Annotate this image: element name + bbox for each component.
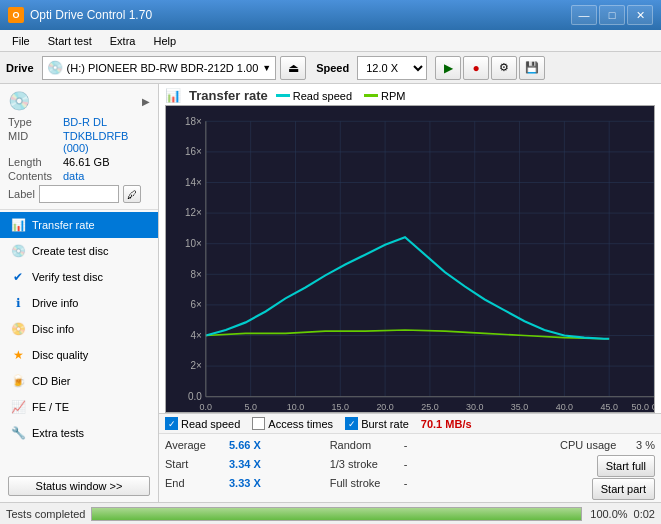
- svg-text:2×: 2×: [191, 360, 202, 371]
- read-speed-checkbox[interactable]: ✓ Read speed: [165, 417, 240, 430]
- svg-text:45.0: 45.0: [600, 400, 617, 411]
- speed-select[interactable]: 12.0 X Max 2.0 X 4.0 X 6.0 X 8.0 X 10.0 …: [357, 56, 427, 80]
- access-times-checkbox[interactable]: Access times: [252, 417, 333, 430]
- menu-extra[interactable]: Extra: [102, 33, 144, 49]
- cd-bier-icon: 🍺: [10, 373, 26, 389]
- menu-bar: File Start test Extra Help: [0, 30, 661, 52]
- random-label: Random: [330, 439, 400, 451]
- main-content: 📊 Transfer rate Read speed RPM: [159, 84, 661, 502]
- cpu-usage-value: 3 %: [636, 439, 655, 451]
- stats-row: Average 5.66 X Start 3.34 X End 3.33 X R…: [159, 433, 661, 502]
- svg-text:30.0: 30.0: [466, 400, 483, 411]
- end-label: End: [165, 477, 225, 489]
- drive-toolbar: Drive 💿 (H:) PIONEER BD-RW BDR-212D 1.00…: [0, 52, 661, 84]
- type-label: Type: [8, 116, 63, 128]
- stats-left: Average 5.66 X Start 3.34 X End 3.33 X: [165, 436, 326, 500]
- end-value: 3.33 X: [229, 477, 265, 489]
- burst-rate-cb-box: ✓: [345, 417, 358, 430]
- svg-text:12×: 12×: [185, 207, 202, 218]
- svg-text:25.0: 25.0: [421, 400, 438, 411]
- disc-info-icon: 📀: [10, 321, 26, 337]
- chart-title-icon: 📊: [165, 88, 181, 103]
- start-full-button[interactable]: Start full: [597, 455, 655, 477]
- svg-text:4×: 4×: [191, 329, 202, 340]
- verify-test-disc-icon: ✔: [10, 269, 26, 285]
- contents-value: data: [63, 170, 84, 182]
- read-speed-cb-box: ✓: [165, 417, 178, 430]
- drive-dropdown-arrow: ▼: [262, 63, 271, 73]
- average-label: Average: [165, 439, 225, 451]
- nav-create-test-disc[interactable]: 💿 Create test disc: [0, 238, 158, 264]
- nav-cd-bier[interactable]: 🍺 CD Bier: [0, 368, 158, 394]
- drive-icon: 💿: [47, 60, 63, 75]
- svg-text:0.0: 0.0: [200, 400, 212, 411]
- sidebar: 💿 ▶ Type BD-R DL MID TDKBLDRFB (000) Len…: [0, 84, 159, 502]
- stats-right: CPU usage 3 % Start full Start part: [494, 436, 655, 500]
- nav-fe-te[interactable]: 📈 FE / TE: [0, 394, 158, 420]
- label-text: Label: [8, 188, 35, 200]
- start-value: 3.34 X: [229, 458, 265, 470]
- settings-button[interactable]: ⚙: [491, 56, 517, 80]
- rpm-legend-label: RPM: [381, 90, 405, 102]
- access-times-cb-label: Access times: [268, 418, 333, 430]
- nav-drive-info[interactable]: ℹ Drive info: [0, 290, 158, 316]
- cd-bier-label: CD Bier: [32, 375, 71, 387]
- svg-text:16×: 16×: [185, 146, 202, 157]
- status-window-button[interactable]: Status window >>: [8, 476, 150, 496]
- label-icon-btn[interactable]: 🖊: [123, 185, 141, 203]
- play-button[interactable]: ▶: [435, 56, 461, 80]
- menu-file[interactable]: File: [4, 33, 38, 49]
- svg-text:20.0: 20.0: [376, 400, 393, 411]
- disc-expand-arrow[interactable]: ▶: [142, 96, 150, 107]
- fe-te-label: FE / TE: [32, 401, 69, 413]
- access-times-cb-box: [252, 417, 265, 430]
- disc-large-icon: 💿: [8, 90, 30, 112]
- extra-tests-label: Extra tests: [32, 427, 84, 439]
- eject-button[interactable]: ⏏: [280, 56, 306, 80]
- status-bar: Tests completed 100.0% 0:02: [0, 502, 661, 524]
- svg-text:35.0: 35.0: [511, 400, 528, 411]
- transfer-rate-icon: 📊: [10, 217, 26, 233]
- svg-text:15.0: 15.0: [332, 400, 349, 411]
- svg-text:8×: 8×: [191, 268, 202, 279]
- nav-disc-quality[interactable]: ★ Disc quality: [0, 342, 158, 368]
- minimize-button[interactable]: —: [571, 5, 597, 25]
- app-icon: O: [8, 7, 24, 23]
- start-part-button[interactable]: Start part: [592, 478, 655, 500]
- disc-quality-icon: ★: [10, 347, 26, 363]
- maximize-button[interactable]: □: [599, 5, 625, 25]
- mid-label: MID: [8, 130, 63, 154]
- contents-label: Contents: [8, 170, 63, 182]
- create-test-disc-label: Create test disc: [32, 245, 108, 257]
- drive-label: Drive: [6, 62, 34, 74]
- nav-extra-tests[interactable]: 🔧 Extra tests: [0, 420, 158, 446]
- svg-text:18×: 18×: [185, 115, 202, 126]
- nav-transfer-rate[interactable]: 📊 Transfer rate: [0, 212, 158, 238]
- label-input[interactable]: [39, 185, 119, 203]
- menu-help[interactable]: Help: [145, 33, 184, 49]
- record-button[interactable]: ●: [463, 56, 489, 80]
- one-third-stroke-value: -: [404, 458, 408, 470]
- extra-tests-icon: 🔧: [10, 425, 26, 441]
- burst-rate-value: 70.1 MB/s: [421, 418, 472, 430]
- nav-menu: 📊 Transfer rate 💿 Create test disc ✔ Ver…: [0, 210, 158, 448]
- drive-info-label: Drive info: [32, 297, 78, 309]
- close-button[interactable]: ✕: [627, 5, 653, 25]
- nav-verify-test-disc[interactable]: ✔ Verify test disc: [0, 264, 158, 290]
- disc-quality-label: Disc quality: [32, 349, 88, 361]
- read-speed-legend-dot: [276, 94, 290, 97]
- save-button[interactable]: 💾: [519, 56, 545, 80]
- length-value: 46.61 GB: [63, 156, 109, 168]
- svg-text:40.0: 40.0: [556, 400, 573, 411]
- progress-percent: 100.0%: [588, 508, 628, 520]
- nav-disc-info[interactable]: 📀 Disc info: [0, 316, 158, 342]
- drive-select-box[interactable]: 💿 (H:) PIONEER BD-RW BDR-212D 1.00 ▼: [42, 56, 277, 80]
- burst-rate-checkbox[interactable]: ✓ Burst rate: [345, 417, 409, 430]
- length-label: Length: [8, 156, 63, 168]
- transfer-rate-label: Transfer rate: [32, 219, 95, 231]
- menu-start-test[interactable]: Start test: [40, 33, 100, 49]
- disc-info-panel: 💿 ▶ Type BD-R DL MID TDKBLDRFB (000) Len…: [0, 84, 158, 210]
- mid-value: TDKBLDRFB (000): [63, 130, 150, 154]
- app-title: Opti Drive Control 1.70: [30, 8, 152, 22]
- random-value: -: [404, 439, 408, 451]
